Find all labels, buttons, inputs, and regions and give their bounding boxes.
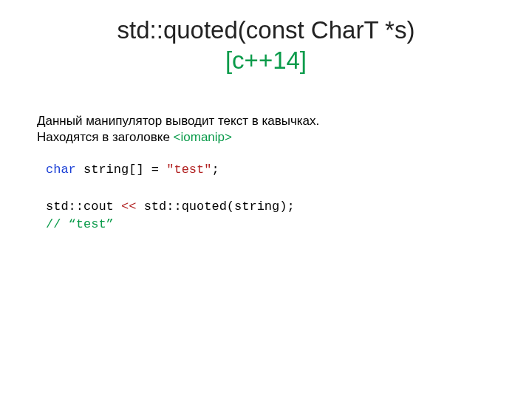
desc-line1: Данный манипулятор выводит текст в кавыч… xyxy=(37,114,319,128)
desc-header: <iomanip> xyxy=(174,130,232,144)
code-decl-rest: string[] = xyxy=(76,163,166,177)
code-cout: std::cout xyxy=(46,200,121,214)
slide: std::quoted(const CharT *s) [c++14] Данн… xyxy=(0,0,532,399)
desc-line2-prefix: Находятся в заголовке xyxy=(37,130,174,144)
slide-body: Данный манипулятор выводит текст в кавыч… xyxy=(37,113,495,234)
code-operator: << xyxy=(121,200,136,214)
title-standard: [c++14] xyxy=(225,47,307,74)
title-main: std::quoted(const CharT *s) xyxy=(117,16,415,44)
code-string-literal: "test" xyxy=(166,163,211,177)
code-semicolon: ; xyxy=(211,163,219,177)
description: Данный манипулятор выводит текст в кавыч… xyxy=(37,113,495,147)
slide-title: std::quoted(const CharT *s) [c++14] xyxy=(37,15,495,76)
code-block: char string[] = "test"; std::cout << std… xyxy=(37,161,495,234)
code-keyword-char: char xyxy=(46,163,76,177)
code-comment: // “test” xyxy=(46,217,114,231)
code-call: std::quoted(string); xyxy=(136,200,294,214)
